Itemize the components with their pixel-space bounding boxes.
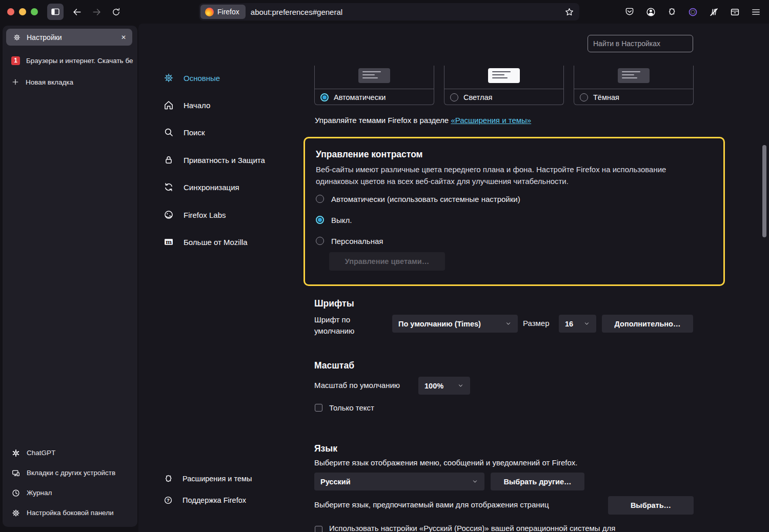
nav-item-home[interactable]: Начало <box>163 99 210 111</box>
sidebar-tab-settings[interactable]: Настройки ✕ <box>6 29 132 46</box>
translations-disabled-icon[interactable] <box>705 4 722 20</box>
theme-radio-light[interactable] <box>450 93 458 101</box>
new-tab-button[interactable]: Новая вкладка <box>3 75 137 89</box>
tab-archive-icon[interactable] <box>726 4 743 20</box>
select-value: По умолчанию (Times) <box>398 320 505 328</box>
home-icon <box>163 99 174 111</box>
select-value: 16 <box>565 320 583 328</box>
pocket-icon[interactable] <box>621 4 638 20</box>
contrast-option-off[interactable]: Выкл. <box>316 214 352 226</box>
site-identity-chip[interactable]: Firefox <box>200 5 246 19</box>
language-select[interactable]: Русский <box>314 473 484 490</box>
nav-item-more-mozilla[interactable]: Больше от Mozilla <box>163 236 248 248</box>
app-menu-icon[interactable] <box>747 4 764 20</box>
radio-unselected[interactable] <box>316 195 324 203</box>
nav-item-search[interactable]: Поиск <box>163 126 205 138</box>
contrast-description: Веб-сайты имеют различные цвета переднег… <box>316 163 675 187</box>
nav-item-privacy[interactable]: Приватность и Защита <box>163 154 265 166</box>
gear-icon <box>163 72 174 84</box>
os-locale-row[interactable]: Использовать настройки «Русский (Россия)… <box>315 524 615 532</box>
sidebar-toggle-button[interactable] <box>47 4 64 20</box>
nav-item-label: Начало <box>184 101 210 110</box>
nav-item-label: Поддержка Firefox <box>183 496 246 504</box>
select-value: 100% <box>424 382 457 390</box>
nav-item-label: Основные <box>184 74 220 83</box>
sidebar-item-customize[interactable]: Настройка боковой панели <box>3 503 137 523</box>
radio-unselected[interactable] <box>316 237 324 245</box>
sidebar-bookmark-item[interactable]: 1 Браузеры и интернет. Скачать бе <box>3 54 137 67</box>
sidebar-item-synced-tabs[interactable]: Вкладки с других устройств <box>3 463 137 483</box>
maximize-window-button[interactable] <box>31 8 38 15</box>
theme-card-auto[interactable]: Автоматически <box>314 66 434 105</box>
reload-button[interactable] <box>108 4 124 20</box>
theme-card-light[interactable]: Светлая <box>444 66 564 105</box>
forward-button[interactable] <box>88 4 105 20</box>
extension-ring-icon[interactable] <box>684 4 701 20</box>
chevron-down-icon <box>457 382 464 389</box>
default-font-select[interactable]: По умолчанию (Times) <box>392 315 518 333</box>
new-tab-label: Новая вкладка <box>26 78 73 86</box>
general-settings-pane: Автоматически Светлая <box>314 24 696 532</box>
url-bar[interactable]: Firefox about:preferences#general <box>199 3 579 21</box>
browser-toolbar: Firefox about:preferences#general <box>0 0 769 24</box>
bookmark-label: Браузеры и интернет. Скачать бе <box>26 57 133 65</box>
lock-icon <box>163 154 174 166</box>
account-icon[interactable] <box>642 4 659 20</box>
contrast-option-auto[interactable]: Автоматически (использовать системные на… <box>316 193 520 205</box>
nav-item-labs[interactable]: Firefox Labs <box>163 209 226 221</box>
url-text[interactable]: about:preferences#general <box>251 8 564 16</box>
nav-item-addons[interactable]: Расширения и темы <box>163 473 252 485</box>
nav-item-sync[interactable]: Синхронизация <box>163 181 239 193</box>
default-font-label: Шрифт по умолчанию <box>314 314 376 337</box>
text-only-checkbox[interactable] <box>315 404 322 412</box>
chatgpt-icon <box>11 448 21 458</box>
default-zoom-select[interactable]: 100% <box>418 377 470 395</box>
manage-themes-line: Управляйте темами Firefox в разделе «Рас… <box>315 116 531 125</box>
theme-radio-auto[interactable] <box>320 93 329 101</box>
zoom-title: Масштаб <box>314 360 354 371</box>
theme-radio-dark[interactable] <box>580 93 588 101</box>
sidebar-tab-label: Настройки <box>27 33 121 42</box>
os-locale-checkbox[interactable] <box>315 526 322 532</box>
browser-sidebar: Настройки ✕ 1 Браузеры и интернет. Скача… <box>3 26 137 527</box>
close-window-button[interactable] <box>7 8 14 15</box>
fonts-advanced-button[interactable]: Дополнительно… <box>602 315 693 333</box>
question-icon <box>163 495 173 505</box>
theme-card-dark[interactable]: Тёмная <box>574 66 694 105</box>
gear-icon <box>11 508 21 518</box>
manage-themes-link[interactable]: «Расширения и темы» <box>451 116 531 125</box>
chevron-down-icon <box>472 478 478 485</box>
nav-item-label: Расширения и темы <box>183 475 252 483</box>
manage-colors-button[interactable]: Управление цветами… <box>329 252 445 271</box>
sidebar-item-history[interactable]: Журнал <box>3 483 137 503</box>
webpage-language-label: Выберите язык, предпочитаемый вами для о… <box>314 500 549 509</box>
contrast-option-custom[interactable]: Персональная <box>316 235 383 247</box>
close-icon[interactable]: ✕ <box>121 34 126 40</box>
font-size-select[interactable]: 16 <box>559 315 596 333</box>
fonts-title: Шрифты <box>314 298 354 309</box>
bookmark-star-icon[interactable] <box>564 7 574 17</box>
extensions-puzzle-icon[interactable] <box>663 4 680 20</box>
back-button[interactable] <box>69 4 85 20</box>
default-zoom-label: Масштаб по умолчанию <box>314 381 400 390</box>
theme-preview <box>574 66 693 89</box>
contrast-title: Управление контрастом <box>316 149 423 160</box>
devices-icon <box>11 468 21 478</box>
theme-label: Светлая <box>463 93 492 101</box>
scrollbar-thumb[interactable] <box>762 145 766 237</box>
font-size-label: Размер <box>523 319 550 328</box>
search-icon <box>163 127 174 138</box>
language-description: Выберите язык отображения меню, сообщени… <box>314 458 577 467</box>
zoom-text-only-row[interactable]: Только текст <box>315 403 374 412</box>
chevron-down-icon <box>583 320 590 327</box>
nav-item-general[interactable]: Основные <box>163 72 220 84</box>
manage-themes-text: Управляйте темами Firefox в разделе <box>315 116 449 125</box>
nav-item-support[interactable]: Поддержка Firefox <box>163 494 246 506</box>
choose-language-button[interactable]: Выбрать… <box>608 496 694 515</box>
mozilla-icon <box>163 236 174 248</box>
radio-selected[interactable] <box>316 216 324 224</box>
sidebar-item-label: ChatGPT <box>27 449 55 457</box>
minimize-window-button[interactable] <box>19 8 26 15</box>
sidebar-item-chatgpt[interactable]: ChatGPT <box>3 443 137 463</box>
set-alternatives-button[interactable]: Выбрать другие… <box>491 473 584 490</box>
